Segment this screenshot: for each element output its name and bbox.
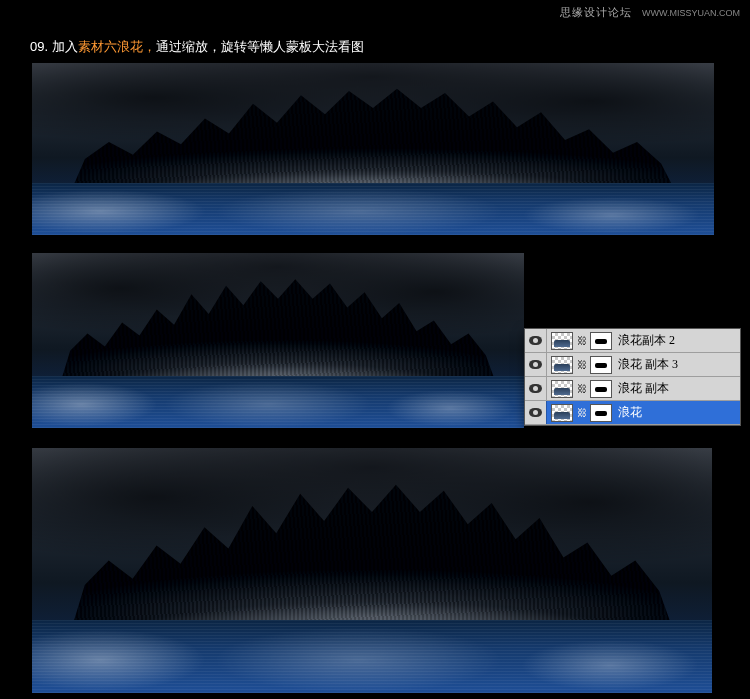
eye-icon <box>529 384 542 393</box>
layer-name-label[interactable]: 浪花 副本 <box>618 380 669 397</box>
mask-thumbnail[interactable] <box>590 404 612 422</box>
ocean-layer <box>32 183 714 235</box>
layer-name-label[interactable]: 浪花 副本 3 <box>618 356 678 373</box>
step-instruction: 09. 加入素材六浪花，通过缩放，旋转等懒人蒙板大法看图 <box>30 38 364 56</box>
link-icon[interactable]: ⛓ <box>577 359 587 370</box>
site-name: 思缘设计论坛 <box>560 6 632 18</box>
step-number: 09. <box>30 39 48 54</box>
composite-preview-2 <box>32 253 524 428</box>
link-icon[interactable]: ⛓ <box>577 407 587 418</box>
ocean-layer <box>32 376 524 429</box>
ocean-layer <box>32 620 712 694</box>
layer-thumbnail[interactable] <box>551 356 573 374</box>
composite-preview-3 <box>32 448 712 693</box>
layer-row[interactable]: ⛓ 浪花 副本 <box>525 377 740 401</box>
mask-thumbnail[interactable] <box>590 356 612 374</box>
step-prefix: 加入 <box>52 39 78 54</box>
step-highlight: 素材六浪花， <box>78 39 156 54</box>
eye-icon <box>529 360 542 369</box>
eye-icon <box>529 336 542 345</box>
layer-row[interactable]: ⛓ 浪花副本 2 <box>525 329 740 353</box>
layer-cells: ⛓ 浪花 副本 <box>547 377 669 400</box>
mask-thumbnail[interactable] <box>590 380 612 398</box>
layer-cells: ⛓ 浪花 <box>547 401 642 424</box>
mask-thumbnail[interactable] <box>590 332 612 350</box>
layer-name-label[interactable]: 浪花 <box>618 404 642 421</box>
layer-thumbnail[interactable] <box>551 332 573 350</box>
eye-icon <box>529 408 542 417</box>
visibility-toggle[interactable] <box>525 329 547 352</box>
composite-preview-1 <box>32 63 714 235</box>
visibility-toggle[interactable] <box>525 377 547 400</box>
layer-row-selected[interactable]: ⛓ 浪花 <box>525 401 740 425</box>
visibility-toggle[interactable] <box>525 401 547 424</box>
layer-row[interactable]: ⛓ 浪花 副本 3 <box>525 353 740 377</box>
layer-thumbnail[interactable] <box>551 380 573 398</box>
layer-thumbnail[interactable] <box>551 404 573 422</box>
photoshop-layers-panel[interactable]: ⛓ 浪花副本 2 ⛓ 浪花 副本 3 ⛓ 浪花 副本 ⛓ 浪花 <box>524 328 741 426</box>
layer-name-label[interactable]: 浪花副本 2 <box>618 332 675 349</box>
visibility-toggle[interactable] <box>525 353 547 376</box>
link-icon[interactable]: ⛓ <box>577 335 587 346</box>
link-icon[interactable]: ⛓ <box>577 383 587 394</box>
layer-cells: ⛓ 浪花副本 2 <box>547 329 675 352</box>
site-url: WWW.MISSYUAN.COM <box>642 8 740 18</box>
step-rest: 通过缩放，旋转等懒人蒙板大法看图 <box>156 39 364 54</box>
layer-cells: ⛓ 浪花 副本 3 <box>547 353 678 376</box>
watermark-header: 思缘设计论坛 WWW.MISSYUAN.COM <box>560 5 740 20</box>
